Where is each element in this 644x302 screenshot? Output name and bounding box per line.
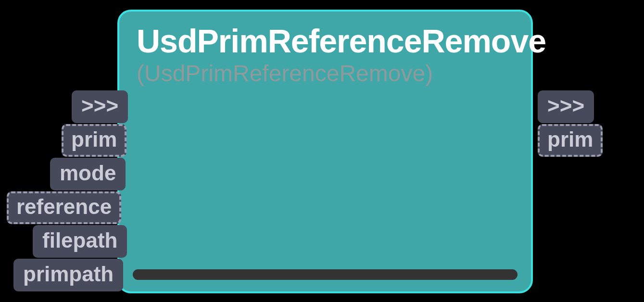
node-title: UsdPrimReferenceRemove [137, 24, 514, 58]
input-port-prim[interactable]: prim [62, 124, 126, 157]
input-port-filepath[interactable]: filepath [33, 225, 127, 258]
input-port-exec[interactable]: >>> [72, 90, 128, 123]
input-port-mode[interactable]: mode [50, 158, 126, 190]
input-port-reference[interactable]: reference [7, 191, 121, 224]
node-body[interactable]: UsdPrimReferenceRemove (UsdPrimReference… [117, 10, 533, 293]
output-port-prim[interactable]: prim [538, 124, 603, 157]
node-subtitle: (UsdPrimReferenceRemove) [137, 60, 514, 87]
output-port-exec[interactable]: >>> [538, 90, 594, 123]
input-port-primpath[interactable]: primpath [13, 259, 123, 291]
node-footer-bar [133, 269, 518, 280]
